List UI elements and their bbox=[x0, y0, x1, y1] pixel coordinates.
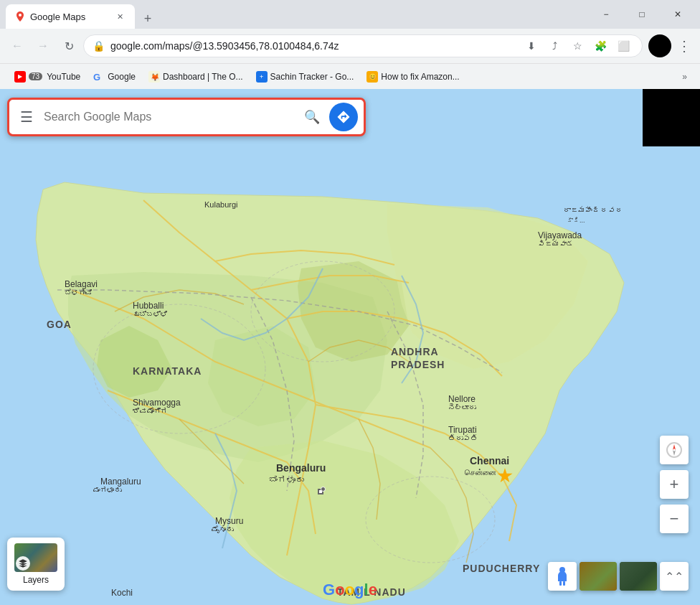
terrain-view-button[interactable] bbox=[580, 562, 617, 591]
lock-icon: 🔒 bbox=[93, 40, 105, 52]
layers-label: Layers bbox=[23, 575, 49, 585]
extension-icon[interactable]: 🧩 bbox=[590, 36, 610, 56]
amazon-label: How to fix Amazon... bbox=[381, 72, 459, 82]
zoom-out-button[interactable]: − bbox=[660, 505, 689, 533]
satellite-view-button[interactable] bbox=[620, 562, 657, 591]
google-logo-g: G bbox=[323, 581, 335, 599]
search-bar: ☰ 🔍 bbox=[7, 98, 366, 136]
tab-favicon bbox=[14, 11, 26, 22]
map-svg bbox=[0, 89, 700, 605]
svg-rect-15 bbox=[563, 581, 565, 586]
tab-title: Google Maps bbox=[30, 11, 109, 22]
svg-marker-11 bbox=[673, 444, 676, 450]
google-logo-g2: g bbox=[354, 581, 364, 599]
svg-text:G: G bbox=[93, 72, 100, 83]
minimize-button[interactable]: − bbox=[590, 3, 623, 26]
bookmark-amazon[interactable]: 😊 How to fix Amazon... bbox=[361, 68, 465, 85]
forward-button[interactable]: → bbox=[32, 34, 55, 57]
search-input[interactable] bbox=[44, 111, 295, 123]
bookmark-google[interactable]: G Google bbox=[88, 68, 141, 85]
youtube-favicon bbox=[14, 71, 26, 83]
download-icon[interactable]: ⬇ bbox=[521, 36, 541, 56]
map-controls-right: + − bbox=[660, 436, 689, 533]
more-options-button[interactable]: ⋮ bbox=[674, 37, 694, 55]
layers-button[interactable]: Layers bbox=[7, 538, 65, 591]
refresh-button[interactable]: ↻ bbox=[57, 34, 80, 57]
dashboard-label: Dashboard | The O... bbox=[163, 72, 243, 82]
share-icon[interactable]: ⤴ bbox=[544, 36, 564, 56]
tab-strip: Google Maps ✕ + bbox=[6, 0, 584, 29]
tab-close-button[interactable]: ✕ bbox=[113, 10, 126, 23]
navigation-bar: ← → ↻ 🔒 google.com/maps/@13.5903456,78.0… bbox=[0, 29, 700, 63]
youtube-badge: 73 bbox=[29, 72, 42, 80]
back-button[interactable]: ← bbox=[6, 34, 29, 57]
google-logo-o2: o bbox=[345, 581, 354, 599]
sachin-label: Sachin Tracker - Go... bbox=[270, 72, 354, 82]
hamburger-menu-button[interactable]: ☰ bbox=[15, 105, 38, 128]
bookmark-sachin[interactable]: + Sachin Tracker - Go... bbox=[250, 68, 360, 85]
active-tab[interactable]: Google Maps ✕ bbox=[6, 4, 135, 29]
title-bar: Google Maps ✕ + − □ ✕ bbox=[0, 0, 700, 29]
maximize-button[interactable]: □ bbox=[625, 3, 658, 26]
svg-point-1 bbox=[19, 14, 22, 17]
map-background: GOA KARNATAKA ANDHRA PRADESH TAMIL NADU … bbox=[0, 89, 700, 605]
svg-marker-12 bbox=[673, 450, 676, 456]
amazon-favicon: 😊 bbox=[366, 71, 378, 83]
bookmark-icon[interactable]: ☆ bbox=[567, 36, 587, 56]
search-button[interactable]: 🔍 bbox=[301, 105, 323, 128]
more-bookmarks-button[interactable]: » bbox=[678, 69, 691, 85]
bengaluru-marker bbox=[321, 487, 326, 492]
close-button[interactable]: ✕ bbox=[661, 3, 694, 26]
browser-window: Google Maps ✕ + − □ ✕ ← → ↻ 🔒 google.com… bbox=[0, 0, 700, 89]
sachin-favicon: + bbox=[256, 71, 268, 83]
pin-star bbox=[497, 468, 513, 484]
svg-rect-14 bbox=[559, 581, 562, 586]
split-view-icon[interactable]: ⬜ bbox=[613, 36, 633, 56]
svg-text:🦊: 🦊 bbox=[151, 72, 159, 82]
expand-button[interactable]: ⌃⌃ bbox=[660, 562, 689, 591]
map-container: GOA KARNATAKA ANDHRA PRADESH TAMIL NADU … bbox=[0, 89, 700, 605]
new-tab-button[interactable]: + bbox=[138, 9, 158, 29]
google-label: Google bbox=[108, 72, 136, 82]
compass-button[interactable] bbox=[660, 436, 689, 464]
bookmarks-bar: 73 YouTube G Google 🦊 Dashboard | The O.… bbox=[0, 63, 700, 89]
zoom-in-button[interactable]: + bbox=[660, 470, 689, 499]
google-logo-o1: o bbox=[335, 581, 344, 599]
dashboard-favicon: 🦊 bbox=[148, 71, 160, 83]
address-bar[interactable]: 🔒 google.com/maps/@13.5903456,78.0100484… bbox=[83, 34, 643, 57]
directions-button[interactable] bbox=[329, 103, 358, 131]
bookmark-dashboard[interactable]: 🦊 Dashboard | The O... bbox=[143, 68, 249, 85]
layers-icon-overlay bbox=[16, 556, 30, 571]
address-text: google.com/maps/@13.5903456,78.0100484,6… bbox=[110, 40, 516, 52]
chennai-pin bbox=[497, 468, 513, 484]
bottom-controls: ⌃⌃ bbox=[548, 562, 689, 591]
layers-thumbnail bbox=[14, 543, 57, 572]
search-overlay: ☰ 🔍 bbox=[7, 98, 366, 136]
pegman-button[interactable] bbox=[548, 562, 577, 591]
address-actions: ⬇ ⤴ ☆ 🧩 ⬜ bbox=[521, 36, 633, 56]
profile-avatar[interactable] bbox=[648, 34, 671, 57]
window-controls: − □ ✕ bbox=[590, 3, 694, 26]
bookmark-youtube[interactable]: 73 YouTube bbox=[9, 68, 86, 85]
google-logo: Google bbox=[323, 581, 377, 599]
google-logo-e: e bbox=[369, 581, 377, 599]
youtube-label: YouTube bbox=[47, 72, 80, 82]
black-overlay bbox=[643, 89, 700, 146]
google-favicon: G bbox=[93, 71, 105, 83]
